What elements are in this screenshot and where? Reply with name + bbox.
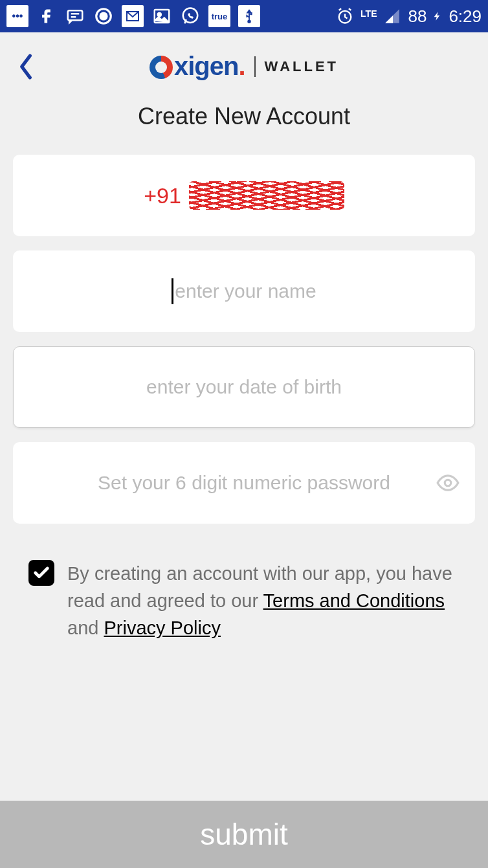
consent-row: By creating an account with our app, you… — [0, 560, 488, 641]
privacy-link[interactable]: Privacy Policy — [104, 618, 221, 638]
usb-icon — [238, 5, 260, 27]
signal-icon — [382, 6, 403, 27]
network-type-label: LTE — [360, 8, 377, 19]
oxigen-o-icon — [150, 56, 173, 79]
text-cursor — [172, 278, 173, 304]
phone-redacted — [189, 181, 344, 210]
app-header: xigen . WALLET — [0, 32, 488, 94]
brand-secondary: WALLET — [265, 58, 338, 75]
messages-icon — [65, 6, 85, 27]
gallery-icon — [151, 6, 172, 27]
whatsapp-icon — [180, 6, 201, 27]
phone-field[interactable]: +91 — [13, 155, 475, 236]
brand-logo: xigen . WALLET — [13, 52, 475, 81]
clock-time: 6:29 — [449, 6, 482, 27]
consent-text-part2: and — [67, 618, 104, 638]
toggle-password-visibility-button[interactable] — [435, 470, 461, 496]
page-title: Create New Account — [0, 103, 488, 130]
svg-point-7 — [248, 20, 250, 23]
svg-point-2 — [100, 13, 107, 19]
facebook-icon — [36, 6, 57, 27]
dob-field[interactable]: enter your date of birth — [13, 346, 475, 428]
charging-icon — [432, 6, 443, 27]
password-placeholder: Set your 6 digit numeric password — [98, 472, 390, 494]
name-placeholder: enter your name — [175, 280, 316, 302]
svg-rect-0 — [68, 10, 83, 20]
svg-point-9 — [445, 480, 451, 486]
name-field[interactable]: enter your name — [13, 250, 475, 332]
phone-prefix: +91 — [144, 183, 181, 208]
submit-button[interactable]: submit — [0, 801, 488, 868]
status-bar: ••• true LTE 88 — [0, 0, 488, 32]
gmail-icon — [122, 5, 144, 27]
signup-form: +91 enter your name enter your date of b… — [0, 155, 488, 524]
password-field[interactable]: Set your 6 digit numeric password — [13, 442, 475, 524]
brand-dot: . — [238, 52, 245, 81]
consent-checkbox[interactable] — [28, 560, 54, 586]
brand-divider — [254, 56, 256, 77]
dob-placeholder: enter your date of birth — [146, 376, 342, 398]
status-bar-left: ••• true — [6, 5, 260, 27]
terms-link[interactable]: Terms and Conditions — [263, 590, 445, 611]
consent-text: By creating an account with our app, you… — [67, 560, 460, 641]
status-bar-right: LTE 88 6:29 — [335, 6, 482, 27]
brand-primary-text: xigen — [174, 52, 238, 81]
true-app-icon: true — [208, 5, 230, 27]
circle-app-icon — [93, 6, 114, 27]
more-icon: ••• — [6, 5, 28, 27]
brand-primary: xigen . — [150, 52, 245, 81]
svg-point-5 — [158, 13, 161, 16]
alarm-icon — [335, 6, 355, 27]
battery-level: 88 — [408, 6, 427, 27]
